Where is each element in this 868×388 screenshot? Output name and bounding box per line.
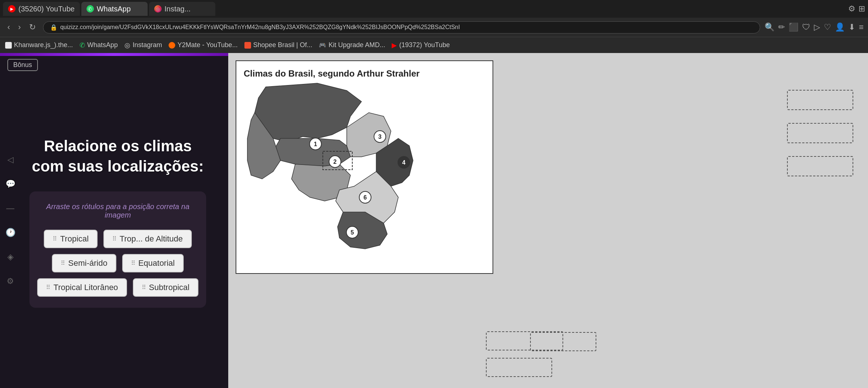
- drag-panel: Arraste os rótulos para a posição corret…: [29, 191, 206, 308]
- bookmarks-bar: Khanware.js_).the... ✆ WhatsApp ◎ Instag…: [0, 37, 868, 53]
- drag-row-1: ⠿ Tropical ⠿ Trop... de Altitude: [44, 230, 191, 248]
- profile-icon[interactable]: 👤: [835, 22, 845, 32]
- settings-icon[interactable]: ⚙: [848, 4, 855, 14]
- bookmark-khanware[interactable]: Khanware.js_).the...: [5, 41, 73, 49]
- drag-label-semi-arido-text: Semi-árido: [68, 258, 107, 268]
- tab-youtube-label: (35260) YouTube: [18, 5, 75, 13]
- menu-icon[interactable]: ≡: [859, 22, 864, 32]
- url-text: quizizz.com/join/game/U2FsdGVkX18cxULrwu…: [60, 24, 460, 31]
- bookmark-y2mate[interactable]: Y2Mate - YouTube...: [169, 41, 237, 49]
- bookmark-whatsapp-label: WhatsApp: [87, 41, 118, 49]
- y2mate-favicon: [169, 42, 175, 49]
- drag-instruction: Arraste os rótulos para a posição corret…: [44, 202, 191, 219]
- sidebar-icon-cube[interactable]: ◈: [4, 250, 17, 264]
- map-area: Climas do Brasil, segundo Arthur Strahle…: [228, 53, 868, 388]
- svg-text:1: 1: [314, 141, 317, 147]
- drag-label-trop-altitude[interactable]: ⠿ Trop... de Altitude: [103, 230, 192, 248]
- search-icon[interactable]: 🔍: [765, 22, 775, 32]
- address-bar: ‹ › ↻ 🔒 quizizz.com/join/game/U2FsdGVkX1…: [0, 18, 868, 37]
- bookmark-instagram[interactable]: ◎ Instagram: [124, 41, 162, 49]
- tab-instagram-label: Instag...: [165, 5, 191, 13]
- forward-button[interactable]: ›: [15, 21, 24, 33]
- youtube-bm-icon: ▶: [392, 41, 397, 49]
- sidebar-icon-arrow[interactable]: ◁: [4, 153, 17, 166]
- drag-label-equatorial[interactable]: ⠿ Equatorial: [122, 254, 184, 272]
- bookmark-whatsapp[interactable]: ✆ WhatsApp: [80, 41, 118, 49]
- svg-text:5: 5: [351, 229, 354, 236]
- bookmark-y2mate-label: Y2Mate - YouTube...: [177, 41, 237, 49]
- drag-dots-5: ⠿: [46, 284, 50, 291]
- bookmark-youtube-label: (19372) YouTube: [399, 41, 449, 49]
- drag-dots-6: ⠿: [142, 284, 146, 291]
- drop-zone-6[interactable]: [530, 332, 596, 351]
- edit-icon[interactable]: ✏: [778, 22, 785, 32]
- map-wrapper: Climas do Brasil, segundo Arthur Strahle…: [228, 53, 868, 388]
- whatsapp-favicon: ✆: [87, 5, 94, 13]
- bookmark-shopee-label: Shopee Brasil | Of...: [253, 41, 313, 49]
- svg-text:2: 2: [334, 159, 337, 165]
- sidebar-icons-left: ◁ 💬 — 🕐 ◈ ⚙: [4, 153, 17, 288]
- question-title: Relacione os climas com suas localizaçõe…: [29, 136, 206, 176]
- tab-instagram[interactable]: ◎ Instag...: [149, 2, 215, 16]
- drag-dots-4: ⠿: [131, 260, 135, 267]
- screenshot-icon[interactable]: ⬛: [788, 22, 798, 32]
- drag-label-subtropical[interactable]: ⠿ Subtropical: [133, 278, 198, 297]
- heart-icon[interactable]: ♡: [824, 22, 831, 32]
- bookmark-khanware-label: Khanware.js_).the...: [14, 41, 73, 49]
- drop-zone-1[interactable]: [787, 90, 853, 110]
- instagram-favicon: ◎: [154, 5, 162, 13]
- drag-label-semi-arido[interactable]: ⠿ Semi-árido: [52, 254, 116, 272]
- drag-label-trop-altitude-text: Trop... de Altitude: [120, 234, 183, 244]
- toolbar-icons: 🔍 ✏ ⬛ 🛡 ▷ ♡ 👤 ⬇ ≡: [765, 22, 864, 32]
- page-content: Bônus ◁ 💬 — 🕐 ◈ ⚙ Relacione os climas co…: [0, 53, 868, 388]
- youtube-favicon: ▶: [8, 5, 15, 13]
- shield-icon[interactable]: 🛡: [802, 22, 810, 32]
- svg-text:6: 6: [364, 194, 367, 201]
- reload-button[interactable]: ↻: [26, 21, 39, 33]
- bookmark-instagram-label: Instagram: [133, 41, 162, 49]
- tab-youtube[interactable]: ▶ (35260) YouTube: [3, 2, 80, 16]
- sidebar-icon-settings[interactable]: ⚙: [4, 275, 17, 288]
- drop-zone-3[interactable]: [787, 156, 853, 176]
- drop-zone-5[interactable]: [486, 358, 552, 377]
- svg-text:3: 3: [378, 134, 382, 140]
- drop-zone-2[interactable]: [787, 123, 853, 143]
- bonus-button[interactable]: Bônus: [7, 59, 38, 71]
- bookmark-kit-amd-label: Kit Upgrade AMD...: [328, 41, 385, 49]
- drag-row-2: ⠿ Semi-árido ⠿ Equatorial: [52, 254, 183, 272]
- drag-label-trop-litoraneo-text: Tropical Litorâneo: [53, 283, 118, 292]
- tab-bar: ▶ (35260) YouTube ✆ WhatsApp ◎ Instag...…: [0, 0, 868, 18]
- whatsapp-bm-icon: ✆: [80, 41, 85, 49]
- send-icon[interactable]: ▷: [814, 22, 820, 32]
- drag-label-trop-litoraneo[interactable]: ⠿ Tropical Litorâneo: [37, 278, 127, 297]
- drag-label-subtropical-text: Subtropical: [149, 283, 190, 292]
- sidebar-icon-clock[interactable]: 🕐: [4, 226, 17, 239]
- drag-row-3: ⠿ Tropical Litorâneo ⠿ Subtropical: [37, 278, 198, 297]
- khanware-favicon: [5, 42, 12, 49]
- shopee-favicon: [244, 42, 251, 49]
- drag-dots-3: ⠿: [61, 260, 65, 267]
- lock-icon: 🔒: [50, 24, 57, 31]
- grid-icon[interactable]: ⊞: [858, 4, 865, 14]
- bookmark-youtube[interactable]: ▶ (19372) YouTube: [392, 41, 449, 49]
- instagram-bm-icon: ◎: [124, 41, 130, 49]
- drag-dots-2: ⠿: [112, 235, 117, 242]
- url-bar[interactable]: 🔒 quizizz.com/join/game/U2FsdGVkX18cxULr…: [43, 21, 761, 33]
- sidebar-icon-chat[interactable]: 💬: [4, 177, 17, 191]
- back-button[interactable]: ‹: [4, 21, 13, 33]
- drag-label-tropical[interactable]: ⠿ Tropical: [44, 230, 97, 248]
- sidebar-icon-dash[interactable]: —: [4, 202, 17, 215]
- bookmark-shopee[interactable]: Shopee Brasil | Of...: [244, 41, 313, 49]
- bookmark-kit-amd[interactable]: 🎮 Kit Upgrade AMD...: [319, 41, 385, 49]
- download-icon[interactable]: ⬇: [848, 22, 855, 32]
- drag-label-tropical-text: Tropical: [60, 234, 88, 244]
- drag-labels-grid: ⠿ Tropical ⠿ Trop... de Altitude ⠿ Semi-…: [44, 230, 191, 297]
- drag-dots-1: ⠿: [53, 235, 57, 242]
- question-section: Relacione os climas com suas localizaçõe…: [0, 56, 228, 388]
- brazil-map-svg: 1 2 3 4 5 6: [244, 80, 428, 256]
- tab-whatsapp[interactable]: ✆ WhatsApp: [81, 2, 148, 16]
- left-sidebar: Bônus ◁ 💬 — 🕐 ◈ ⚙ Relacione os climas co…: [0, 53, 228, 388]
- drag-label-equatorial-text: Equatorial: [138, 258, 175, 268]
- amd-bm-icon: 🎮: [319, 42, 326, 49]
- browser-chrome: ▶ (35260) YouTube ✆ WhatsApp ◎ Instag...…: [0, 0, 868, 53]
